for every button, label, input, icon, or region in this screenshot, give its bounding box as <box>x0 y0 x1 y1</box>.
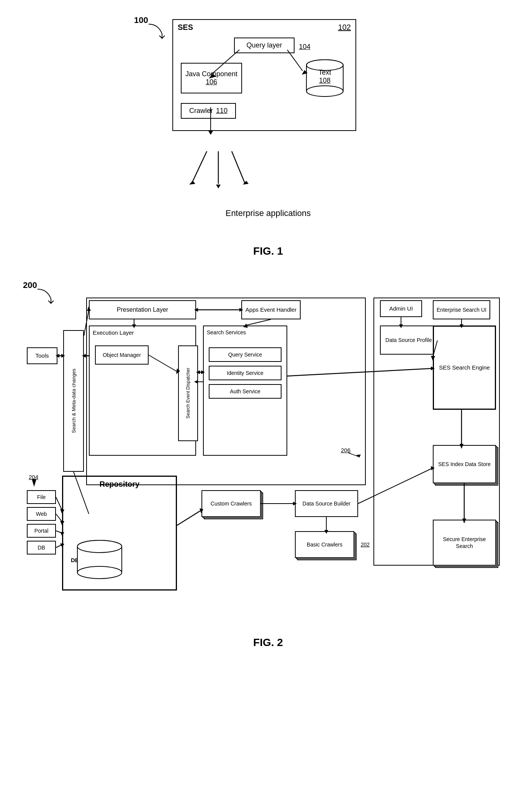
fig1-caption: FIG. 1 <box>23 245 513 257</box>
svg-point-2 <box>306 86 343 97</box>
fig2-num-206: 206 <box>341 447 350 453</box>
fig2-ses-index-label: SES Index Data Store <box>438 461 491 468</box>
fig1-query-layer-label: Query layer <box>246 41 282 49</box>
fig1-text-db: Text 108 <box>302 57 348 99</box>
fig2-identity-svc-label: Identity Service <box>227 370 264 376</box>
fig2-ses-index-data-store-box: SES Index Data Store <box>433 445 496 483</box>
fig2-file-box: File <box>27 490 56 504</box>
fig2-search-event-dispatcher-box: Search Event Dispatcher <box>178 345 198 441</box>
fig2-db-label: DB <box>38 544 45 551</box>
fig2-basic-num: 202 <box>361 541 370 548</box>
fig2-object-manager-box: Object Manager <box>95 345 149 365</box>
fig2-auth-service-box: Auth Service <box>209 384 282 399</box>
fig1-num-110: 110 <box>216 107 228 115</box>
fig2-exec-label: Execution Layer <box>93 329 134 336</box>
fig2-ses-engine-label: SES Search Engine <box>439 364 490 371</box>
fig2-ent-search-ui-label: Enterprise Search UI <box>437 306 486 313</box>
svg-marker-9 <box>208 131 213 135</box>
svg-line-64 <box>56 545 62 548</box>
fig2-search-meta-label: Search & Meta-data changes <box>71 369 77 433</box>
fig1-crawler-box: Crawler 110 <box>181 103 236 119</box>
fig2-ses-search-engine-box: SES Search Engine <box>433 326 496 410</box>
fig2-portal-label: Portal <box>34 527 49 534</box>
fig2-caption: FIG. 2 <box>23 636 513 649</box>
fig2-presentation-layer-box: Presentation Layer <box>89 300 196 319</box>
fig2-secure-ent-label: Secure Enterprise Search <box>435 536 494 550</box>
fig2-tools-label: Tools <box>35 352 49 360</box>
fig2-apps-event-handler-box: Apps Event Handler <box>241 300 301 319</box>
fig1-num-108: 108 <box>318 77 331 85</box>
fig2-repository-label: Repository <box>100 480 139 489</box>
fig2-data-source-builder-box: Data Source Builder <box>295 490 358 517</box>
svg-line-10 <box>192 151 207 184</box>
fig2-enterprise-search-ui-box: Enterprise Search UI <box>433 300 490 319</box>
fig1-java-component-box: Java Component 106 <box>181 63 242 93</box>
fig2-secure-enterprise-search-box: Secure Enterprise Search <box>433 520 496 566</box>
fig1-query-layer-box: Query layer 104 <box>234 38 294 53</box>
fig2-basic-crawlers-box: Basic Crawlers 202 <box>295 531 354 558</box>
fig2-ds-builder-label: Data Source Builder <box>303 500 350 507</box>
fig2-pres-label: Presentation Layer <box>117 306 168 314</box>
fig2-arrow-204 <box>29 479 40 491</box>
fig1-arrow-100 <box>145 22 168 41</box>
fig1-num-106: 106 <box>206 78 217 86</box>
fig2-auth-svc-label: Auth Service <box>230 388 260 395</box>
fig2-basic-crawlers-label: Basic Crawlers <box>307 541 342 548</box>
fig2-web-label: Web <box>36 510 47 517</box>
fig1-ses-num: 102 <box>338 23 351 32</box>
fig2-data-source-profile-box: Data Source Profile <box>380 326 437 355</box>
fig2-admin-ui-label: Admin UI <box>389 305 413 312</box>
fig2-custom-crawlers-label: Custom Crawlers <box>211 500 252 507</box>
fig2-query-service-box: Query Service <box>209 347 282 362</box>
svg-line-58 <box>56 497 62 510</box>
fig2-ss-group-label: Search Services <box>207 329 246 335</box>
svg-line-14 <box>232 151 245 184</box>
fig2-db-box: DB <box>27 541 56 555</box>
svg-line-60 <box>56 514 62 522</box>
fig2-db-cylinder-svg <box>75 540 124 582</box>
fig1-num-104: 104 <box>299 43 310 51</box>
fig2-file-label: File <box>37 494 46 501</box>
fig2-apps-evt-label: Apps Event Handler <box>246 306 296 314</box>
svg-line-52 <box>177 510 201 525</box>
svg-marker-13 <box>216 185 221 188</box>
fig1-enterprise-apps: Enterprise applications <box>134 208 402 218</box>
fig2-admin-ui-box: Admin UI <box>380 300 422 317</box>
fig1-crawler-label: Crawler <box>189 107 213 115</box>
fig2-portal-box: Portal <box>27 524 56 538</box>
fig1-java-label: Java Component <box>185 70 237 78</box>
svg-point-19 <box>77 566 122 579</box>
fig2-tools-box: Tools <box>27 347 57 364</box>
fig2-repository-box: Repository DB INCR INDEX <box>62 476 177 591</box>
svg-line-62 <box>56 531 62 533</box>
fig2-query-svc-label: Query Service <box>228 351 262 358</box>
fig2-ds-profile-label: Data Source Profile <box>385 337 432 344</box>
fig1-ses-label: SES <box>178 23 193 32</box>
fig2-obj-mgr-label: Object Manager <box>103 352 141 358</box>
svg-marker-11 <box>189 181 195 185</box>
svg-marker-15 <box>243 181 249 185</box>
fig2-sed-label: Search Event Dispatcher <box>185 368 191 419</box>
fig2-identity-service-box: Identity Service <box>209 366 282 380</box>
svg-point-20 <box>77 540 122 553</box>
fig1-text-db-label: Text <box>318 69 331 77</box>
fig2-web-box: Web <box>27 507 56 521</box>
fig2-custom-crawlers-box: Custom Crawlers <box>201 490 261 517</box>
svg-marker-16 <box>32 479 36 487</box>
fig2-search-meta-box: Search & Meta-data changes <box>63 330 84 472</box>
